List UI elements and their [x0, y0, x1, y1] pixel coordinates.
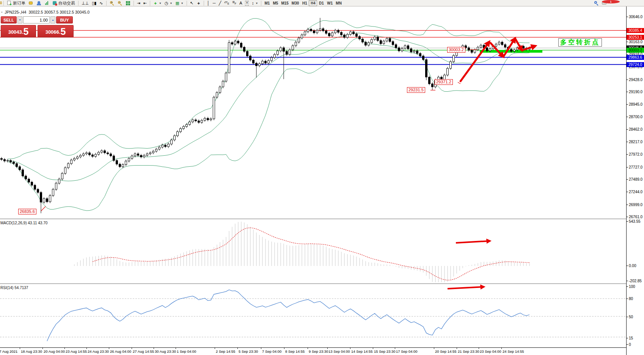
price-tick-label: 27244.0 [627, 190, 644, 194]
time-label: 17 Sep 04:00 [396, 349, 418, 353]
timeframe-h1-button[interactable]: H1 [300, 0, 309, 6]
notifications-chat-icon[interactable]: 1 [602, 1, 608, 6]
price-tick-label: 27972.0 [627, 152, 644, 157]
zoom-in-icon: + [110, 1, 115, 6]
tile-windows-button[interactable] [124, 0, 132, 6]
time-tick [395, 348, 395, 349]
timeframe-m30-button[interactable]: M30 [290, 0, 300, 6]
price-tick-label: 30646.0 [627, 15, 644, 19]
candle-chart-mode-button[interactable]: ▯▮ [90, 0, 98, 6]
chart-window-icon: ▪ [1, 10, 2, 14]
horizontal-line-tool-button[interactable]: ─ [211, 0, 217, 6]
text-tool-button[interactable]: A [238, 0, 243, 6]
time-tick [109, 348, 109, 349]
price-badge: 29863.6 [627, 55, 644, 60]
profile-icon [36, 1, 41, 5]
timeframe-mn-button[interactable]: MN [334, 0, 343, 6]
time-axis[interactable]: 17 Aug 202118 Aug 23:3020 Aug 04:0023 Au… [0, 347, 626, 355]
time-label: 5 Sep 23:30 [239, 349, 258, 353]
timeframe-h4-button[interactable]: H4 [309, 0, 317, 6]
indicators-button[interactable]: ＋▼ [152, 0, 163, 6]
main-price-canvas[interactable] [0, 6, 626, 219]
toolbar-separator [3, 1, 4, 6]
market-watch-icon [28, 1, 33, 5]
buy-price-tile[interactable]: 30066.5 [38, 25, 74, 38]
price-tick-label: 28217.0 [627, 140, 644, 144]
rsi-canvas[interactable] [0, 284, 626, 347]
line-chart-mode-button[interactable]: ∿ [98, 0, 104, 6]
chart-icon[interactable] [0, 1, 2, 5]
buy-button[interactable]: BUY [56, 16, 73, 23]
sell-price-big-digit: 5 [23, 27, 28, 36]
new-order-label: 新订单 [13, 0, 25, 6]
vertical-line-tool-button[interactable]: │ [206, 0, 211, 6]
rsi-axis-label: 50 [627, 315, 644, 319]
macd-axis-label: 543.55 [627, 219, 644, 224]
price-callout[interactable]: 30003.2 [447, 47, 465, 53]
price-tick-label: 27727.0 [627, 165, 644, 170]
template-icon: ▦ [175, 1, 179, 5]
time-tick [86, 348, 87, 349]
timeframe-w1-button[interactable]: W1 [325, 0, 334, 6]
crosshair-icon: ＋ [196, 1, 201, 5]
auto-trading-button[interactable]: 自动交易 [51, 0, 77, 6]
new-order-button[interactable]: + 新订单 [5, 0, 27, 6]
market-watch-button[interactable] [27, 0, 35, 6]
fibonacci-tool-button[interactable]: ≡F [231, 0, 238, 6]
turning-point-annotation[interactable]: 多空转折点 [558, 38, 602, 47]
time-label: 8 Sep 14:55 [285, 349, 305, 353]
macd-canvas[interactable] [0, 219, 626, 283]
volume-input[interactable]: 1.00 [23, 16, 50, 23]
crosshair-tool-button[interactable]: ＋ [195, 0, 202, 6]
text-label-tool-button[interactable]: T [243, 0, 250, 6]
clock-icon: ◷ [165, 1, 168, 5]
time-tick [350, 348, 350, 349]
buy-price-big-digit: 5 [60, 27, 66, 36]
timeframe-d1-button[interactable]: D1 [317, 0, 325, 6]
time-tick [176, 348, 176, 349]
search-icon[interactable] [594, 1, 599, 6]
periods-button[interactable]: ◷▼ [163, 0, 174, 6]
signals-button[interactable] [43, 0, 51, 6]
cursor-tool-button[interactable]: ↖ [188, 0, 195, 6]
toolbar-separator [78, 1, 79, 6]
time-label: 24 Aug 23:30 [88, 349, 109, 353]
chevron-down-icon: ▼ [159, 2, 162, 5]
mt4-trading-platform: + 新订单 自动交易 ⊥⊥ ▯▮ ∿ + − ⇥ ⇤ ＋▼ ◷▼ ▦▼ ↖ ＋ … [0, 0, 644, 355]
sell-price-tile[interactable]: 30043.5 [1, 25, 36, 38]
timeframe-m1-button[interactable]: M1 [263, 0, 271, 6]
volume-increase-button[interactable]: ▲ [50, 16, 55, 23]
price-callout[interactable]: 26835.6 [18, 209, 36, 214]
timeframe-m5-button[interactable]: M5 [271, 0, 280, 6]
zoom-in-button[interactable]: + [108, 0, 116, 6]
zoom-out-button[interactable]: − [116, 0, 124, 6]
auto-scroll-button[interactable]: ⇥ [135, 0, 142, 6]
price-axis[interactable]: 30646.030163.029918.029673.029428.029190… [626, 6, 644, 355]
toolbar-separator [134, 1, 134, 6]
price-callout[interactable]: 29371.2 [435, 79, 453, 85]
text-icon: A [239, 1, 242, 5]
chevron-down-icon: ▼ [181, 2, 184, 5]
profile-button[interactable] [35, 0, 43, 6]
chart-shift-button[interactable]: ⇤ [142, 0, 148, 6]
time-tick [479, 348, 479, 349]
price-tick-label: 28700.0 [627, 115, 644, 119]
rsi-axis-label: 0 [627, 342, 644, 347]
volume-decrease-button[interactable]: ▼ [17, 16, 22, 23]
auto-trading-label: 自动交易 [58, 0, 75, 6]
macd-axis-label: 0.00 [627, 264, 644, 268]
price-callout[interactable]: 29231.5 [407, 87, 425, 93]
fibonacci-icon: ≡F [232, 0, 236, 6]
chart-plot-area[interactable]: ▪ JPN225-,H4 30022.5 30057.5 30012.5 300… [0, 6, 626, 355]
price-badge: 30253.1 [627, 35, 644, 40]
timeframe-m15-button[interactable]: M15 [280, 0, 290, 6]
channel-tool-button[interactable]: ▱E [223, 0, 231, 6]
arrows-tool-button[interactable]: ↕▼ [250, 0, 259, 6]
indicators-plus-icon: ＋ [153, 1, 157, 5]
sell-button[interactable]: SELL [1, 16, 17, 23]
zoom-out-icon: − [118, 1, 123, 6]
timeframe-toolbar: M1M5M15M30H1H4D1W1MN [263, 0, 343, 6]
trendline-tool-button[interactable]: ╱ [217, 0, 223, 6]
templates-button[interactable]: ▦▼ [174, 0, 185, 6]
bar-chart-mode-button[interactable]: ⊥⊥ [80, 0, 90, 6]
